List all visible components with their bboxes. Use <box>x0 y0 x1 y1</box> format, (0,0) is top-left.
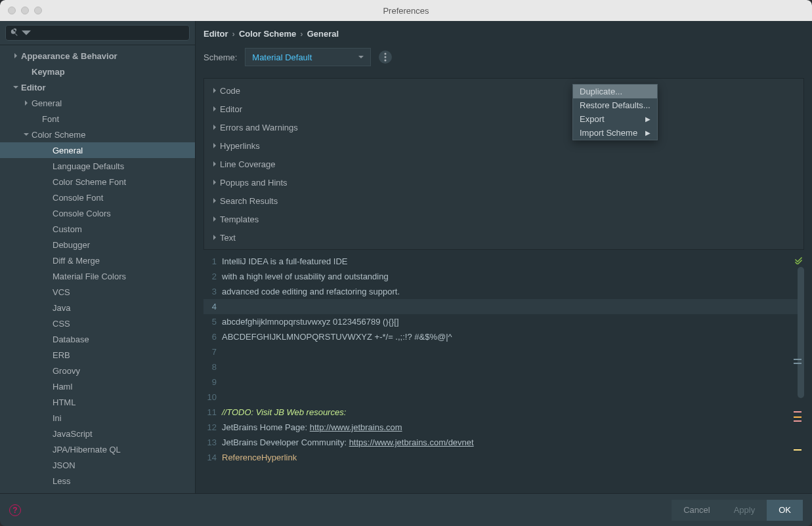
line-number: 13 <box>203 437 222 447</box>
tree-item[interactable]: Markdown <box>0 489 195 493</box>
tree-item[interactable]: General <box>0 142 195 158</box>
tree-item[interactable]: General <box>0 95 195 111</box>
svg-point-1 <box>385 56 387 58</box>
preview-line: 14ReferenceHyperlink <box>203 450 804 465</box>
category-item[interactable]: Text <box>204 228 803 247</box>
popup-item[interactable]: Duplicate... <box>573 85 657 98</box>
popup-item[interactable]: Import Scheme▶ <box>573 126 657 140</box>
category-label: Editor <box>220 104 242 114</box>
tree-item[interactable]: Console Colors <box>0 205 195 221</box>
preview-line: 9 <box>203 374 804 390</box>
window-title: Preferences <box>383 6 429 16</box>
tree-item[interactable]: HTML <box>0 394 195 410</box>
tree-item[interactable]: Debugger <box>0 237 195 253</box>
expand-icon <box>209 140 220 151</box>
tree-item-label: Console Font <box>53 193 103 203</box>
tree-item[interactable]: Custom <box>0 221 195 237</box>
close-window-button[interactable] <box>8 7 16 14</box>
preview-editor[interactable]: 1IntelliJ IDEA is a full-featured IDE2wi… <box>203 254 804 493</box>
apply-button[interactable]: Apply <box>722 500 767 521</box>
svg-point-2 <box>385 60 387 62</box>
tree-item-label: Color Scheme Font <box>53 177 126 187</box>
category-item[interactable]: Line Coverage <box>204 155 803 173</box>
tree-item[interactable]: Color Scheme Font <box>0 174 195 190</box>
search-input[interactable] <box>5 25 190 41</box>
preview-line: 8 <box>203 359 804 374</box>
category-item[interactable]: Editor <box>204 100 803 118</box>
line-number: 8 <box>203 362 222 372</box>
popup-item[interactable]: Export▶ <box>573 112 657 126</box>
help-button[interactable]: ? <box>9 504 21 516</box>
tree-item[interactable]: ERB <box>0 347 195 363</box>
expand-icon <box>11 51 21 61</box>
line-number: 10 <box>203 392 222 402</box>
tree-item[interactable]: Language Defaults <box>0 158 195 174</box>
tree-item-label: VCS <box>53 287 70 297</box>
tree-item[interactable]: VCS <box>0 284 195 300</box>
ok-button[interactable]: OK <box>767 500 803 521</box>
expand-icon <box>42 365 53 376</box>
tree-item[interactable]: Less <box>0 473 195 489</box>
category-list[interactable]: CodeEditorErrors and WarningsHyperlinksL… <box>203 78 804 250</box>
line-text: advanced code editing and refactoring su… <box>222 287 400 296</box>
tree-item-label: Java <box>53 303 70 313</box>
popup-item[interactable]: Restore Defaults... <box>573 98 657 112</box>
tree-item[interactable]: Groovy <box>0 363 195 378</box>
tree-item[interactable]: Material File Colors <box>0 268 195 284</box>
category-item[interactable]: Errors and Warnings <box>204 118 803 136</box>
tree-item[interactable]: CSS <box>0 315 195 331</box>
scheme-actions-popup[interactable]: Duplicate...Restore Defaults...Export▶Im… <box>572 84 658 140</box>
main-panel: Editor›Color Scheme›General Scheme: Mate… <box>196 21 812 493</box>
tree-item-label: Database <box>53 334 89 344</box>
expand-icon <box>42 161 53 171</box>
tree-item[interactable]: Ini <box>0 410 195 426</box>
tree-item-label: Ini <box>53 413 62 423</box>
tree-item-label: JPA/Hibernate QL <box>53 445 121 455</box>
expand-icon <box>42 239 53 250</box>
dialog-footer: ? Cancel Apply OK <box>0 493 812 526</box>
sidebar: Appearance & BehaviorKeymapEditorGeneral… <box>0 21 196 493</box>
expand-icon <box>32 113 42 124</box>
expand-icon <box>42 428 53 439</box>
category-label: Errors and Warnings <box>220 123 298 132</box>
settings-tree[interactable]: Appearance & BehaviorKeymapEditorGeneral… <box>0 45 195 493</box>
category-item[interactable]: Search Results <box>204 192 803 210</box>
expand-icon <box>42 334 53 344</box>
tree-item[interactable]: Color Scheme <box>0 127 195 142</box>
expand-icon <box>11 82 21 92</box>
category-item[interactable]: Templates <box>204 210 803 228</box>
category-item[interactable]: Hyperlinks <box>204 136 803 155</box>
tree-item[interactable]: Keymap <box>0 64 195 79</box>
cancel-button[interactable]: Cancel <box>672 500 721 521</box>
line-text: IntelliJ IDEA is a full-featured IDE <box>222 256 347 266</box>
preview-line: 3advanced code editing and refactoring s… <box>203 284 804 299</box>
tree-item[interactable]: Database <box>0 331 195 347</box>
tree-item[interactable]: Editor <box>0 79 195 95</box>
tree-item[interactable]: JSON <box>0 457 195 473</box>
tree-item[interactable]: Diff & Merge <box>0 253 195 268</box>
scheme-dropdown[interactable]: Material Default <box>245 48 371 66</box>
expand-icon <box>42 491 53 493</box>
minimize-window-button[interactable] <box>21 7 29 14</box>
category-item[interactable]: Code <box>204 81 803 100</box>
kebab-icon <box>384 52 387 62</box>
line-text: with a high level of usability and outst… <box>222 272 389 281</box>
tree-item[interactable]: Haml <box>0 378 195 394</box>
tree-item[interactable]: Console Font <box>0 190 195 205</box>
tree-item[interactable]: Font <box>0 111 195 127</box>
scheme-actions-button[interactable] <box>379 51 392 64</box>
expand-icon <box>209 122 220 132</box>
tree-item-label: ERB <box>53 350 70 360</box>
tree-item-label: Editor <box>21 83 46 92</box>
line-text: JetBrains Developer Community: https://w… <box>222 437 474 447</box>
category-label: Line Coverage <box>220 159 276 169</box>
category-item[interactable]: Popups and Hints <box>204 173 803 192</box>
zoom-window-button[interactable] <box>34 7 42 14</box>
category-label: Popups and Hints <box>220 178 288 188</box>
tree-item[interactable]: Appearance & Behavior <box>0 48 195 64</box>
expand-icon <box>42 255 53 266</box>
tree-item-label: Groovy <box>53 366 80 376</box>
tree-item[interactable]: JPA/Hibernate QL <box>0 441 195 457</box>
tree-item[interactable]: JavaScript <box>0 426 195 441</box>
tree-item[interactable]: Java <box>0 300 195 315</box>
